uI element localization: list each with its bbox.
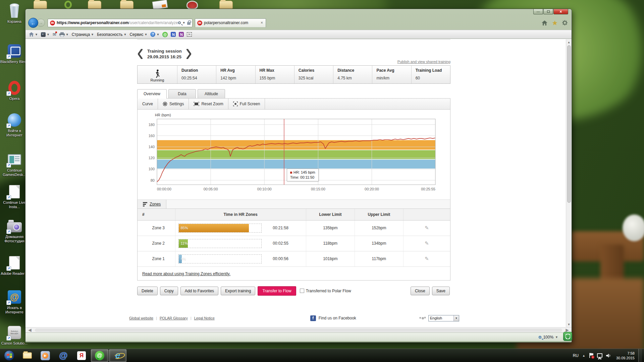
zone-percent: 11%: [179, 241, 188, 245]
onenote-send-icon[interactable]: N: [171, 32, 176, 37]
transfer-to-flow-button[interactable]: Transfer to Flow: [258, 286, 296, 296]
settings-gear-icon[interactable]: [562, 20, 568, 25]
chart-toolbar-reset-zoom[interactable]: Reset Zoom: [189, 99, 228, 109]
show-desktop-button[interactable]: [638, 349, 642, 362]
desktop-icon-continue-gamesdesk[interactable]: ↗Continue GamesDesk...: [0, 152, 29, 177]
tab-overview[interactable]: Overview: [137, 89, 167, 99]
close-button[interactable]: ×: [553, 9, 568, 14]
taskbar-media-player[interactable]: ▶: [37, 349, 54, 362]
chart-toolbar-curve[interactable]: Curve: [138, 99, 158, 109]
save-button[interactable]: Save: [432, 287, 450, 295]
home-menu-icon[interactable]: ▼: [29, 32, 38, 37]
svg-text:80: 80: [151, 178, 155, 182]
footer-link-polar-glossary[interactable]: POLAR Glossary: [160, 316, 188, 320]
footer-link-global-website[interactable]: Global website: [129, 316, 153, 320]
hidden-icons-arrow[interactable]: ▲: [582, 354, 585, 357]
favorites-star-icon[interactable]: [552, 20, 557, 25]
tab-close-icon[interactable]: ×: [260, 20, 264, 25]
opera-icon: ↗: [6, 80, 22, 96]
horizontal-scroll-thumb[interactable]: [35, 328, 562, 332]
back-button[interactable]: ←: [28, 18, 38, 28]
language-indicator[interactable]: RU: [573, 353, 579, 358]
desktop-icon-search-internet[interactable]: @↗Искать в Интернете: [0, 289, 29, 314]
desktop-icon-opera[interactable]: ↗Opera: [0, 80, 29, 101]
page-menu[interactable]: Страница▼: [72, 32, 94, 37]
clock[interactable]: 7:58 30.09.2015: [616, 351, 635, 360]
feeds-icon[interactable]: ▼: [41, 32, 50, 37]
horizontal-scrollbar[interactable]: ◄ ►: [25, 327, 572, 333]
taskbar-internet-explorer[interactable]: e: [109, 349, 126, 362]
svg-text:00:05:00: 00:05:00: [204, 187, 218, 191]
snipping-addon-icon[interactable]: ✂: [187, 32, 192, 37]
edit-zone-pencil-icon[interactable]: ✎: [425, 256, 429, 261]
transferred-checkbox[interactable]: [300, 289, 304, 293]
desktop-icon-go-to-internet[interactable]: ↗Войти в Интернет: [0, 112, 29, 137]
export-training-button[interactable]: Export training: [221, 287, 255, 295]
tab-data[interactable]: Data: [168, 89, 196, 98]
scroll-down-icon[interactable]: ▼: [568, 322, 571, 327]
publish-link[interactable]: Publish and view shared training: [397, 60, 450, 64]
home-icon[interactable]: [542, 20, 547, 25]
desktop-icon-canon-solution[interactable]: Solution MenuEX↗Canon Solutio...: [0, 324, 29, 346]
footer-link-legal-notice[interactable]: Legal Notice: [194, 316, 215, 320]
address-dropdown-icon[interactable]: ▼: [182, 21, 185, 24]
stat-calories: Calories325 kcal: [294, 66, 333, 83]
taskbar-windows-explorer[interactable]: [18, 349, 36, 362]
zone-upper-limit: 134bpm: [355, 236, 403, 251]
mailru-agent-addon-icon[interactable]: @: [162, 32, 168, 37]
zone-name: Zone 1: [138, 251, 175, 266]
taskbar-mailru[interactable]: @: [55, 349, 72, 362]
volume-icon[interactable]: [606, 353, 611, 358]
chart-toolbar-settings[interactable]: Settings: [158, 99, 189, 109]
delete-button[interactable]: Delete: [137, 287, 158, 295]
maximize-button[interactable]: [543, 9, 553, 14]
read-more-link[interactable]: Read more about using Training Zones eff…: [142, 272, 230, 276]
help-icon[interactable]: ?▼: [150, 32, 159, 37]
vertical-scrollbar[interactable]: ▲ ▼: [566, 39, 572, 327]
tab-altitude[interactable]: Altitude: [198, 89, 225, 98]
read-mail-icon[interactable]: ✉: [53, 32, 56, 37]
chart-toolbar-full-screen[interactable]: Full Screen: [228, 99, 265, 109]
antivirus-shield-icon[interactable]: [563, 332, 572, 341]
desktop-icon-label: Adobe Reader X: [0, 272, 29, 276]
zone-name: Zone 3: [138, 220, 175, 236]
action-center-flag-icon[interactable]: ×: [589, 353, 593, 358]
desktop-icon-label: Continue GamesDesk...: [0, 168, 29, 177]
vertical-scroll-thumb[interactable]: [567, 45, 571, 203]
previous-session-chevron[interactable]: [137, 49, 143, 59]
refresh-icon[interactable]: ↻: [192, 20, 193, 25]
address-bar[interactable]: https://www.polarpersonaltrainer.com/use…: [48, 19, 193, 27]
minimize-button[interactable]: —: [533, 9, 543, 14]
search-icon[interactable]: [178, 21, 181, 24]
window-titlebar[interactable]: — ×: [25, 9, 572, 17]
tools-menu[interactable]: Сервис▼: [129, 32, 147, 37]
onenote-linked-icon[interactable]: N: [179, 32, 184, 37]
desktop-icon-adobe-reader-x[interactable]: ↗Adobe Reader X: [0, 255, 29, 276]
print-icon[interactable]: ▼: [59, 32, 69, 37]
copy-button[interactable]: Copy: [160, 287, 178, 295]
edit-zone-pencil-icon[interactable]: ✎: [425, 225, 429, 231]
browser-tab[interactable]: polarpersonaltrainer.com ×: [195, 18, 266, 27]
next-session-chevron[interactable]: [186, 49, 192, 59]
canon-solution-icon: Solution MenuEX↗: [6, 324, 22, 341]
close-button[interactable]: Close: [411, 287, 430, 295]
language-select[interactable]: English ▼: [428, 315, 459, 321]
scroll-up-icon[interactable]: ▲: [568, 40, 571, 45]
hr-chart[interactable]: HR (bpm)8010012014016018000:00:0000:05:0…: [138, 110, 450, 199]
network-icon[interactable]: [597, 353, 602, 358]
add-to-favorites-button[interactable]: Add to Favorites: [180, 287, 218, 295]
zoom-dropdown-icon[interactable]: ▼: [555, 336, 558, 339]
facebook-link[interactable]: f Find us on Facebook: [310, 315, 356, 321]
zone-row-zone-2: Zone 211%00:02:55118bpm134bpm✎: [138, 236, 450, 251]
taskbar-mailru-agent[interactable]: @: [91, 349, 108, 362]
desktop-icon-blackberry-blend[interactable]: ↗BlackBerry Blend: [0, 43, 29, 64]
desktop-icon-continue-live-insta[interactable]: ↗Continue Live Insta...: [0, 184, 29, 209]
security-menu[interactable]: Безопасность▼: [97, 32, 126, 37]
taskbar-yandex-browser[interactable]: Я: [73, 349, 90, 362]
taskbar-start-button[interactable]: [0, 349, 18, 362]
desktop-icon-home-photo-studio[interactable]: ↗Домашняя Фотостудия: [0, 218, 29, 243]
scroll-left-icon[interactable]: ◄: [27, 327, 33, 333]
zones-button[interactable]: Zones: [138, 200, 166, 208]
desktop-icon-recycle-bin[interactable]: Корзина: [0, 3, 29, 24]
edit-zone-pencil-icon[interactable]: ✎: [425, 240, 429, 246]
